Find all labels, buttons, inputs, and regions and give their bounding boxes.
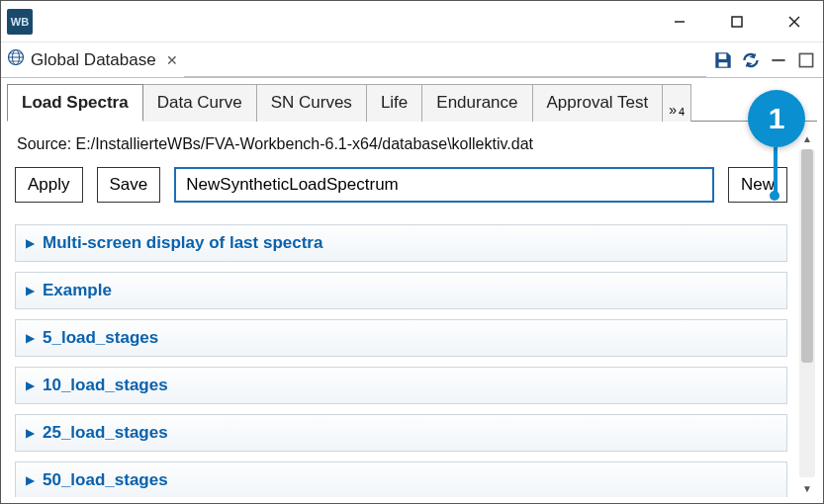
accordion-label: 5_load_stages <box>43 328 158 348</box>
view-body: Load Spectra Data Curve SN Curves Life E… <box>1 78 823 503</box>
tab-label: Approval Test <box>547 93 649 112</box>
tabstrip: Load Spectra Data Curve SN Curves Life E… <box>7 84 817 122</box>
accordion-label: Multi-screen display of last spectra <box>43 233 322 253</box>
save-button[interactable]: Save <box>97 167 161 203</box>
view-title: Global Database <box>31 50 156 70</box>
titlebar-left: WB <box>7 9 33 35</box>
accordion-item[interactable]: ▶ 5_load_stages <box>15 319 787 357</box>
minimize-button[interactable] <box>651 1 708 42</box>
chevron-right-icon: » <box>669 102 677 118</box>
chevron-right-icon: ▶ <box>26 236 35 250</box>
svg-rect-9 <box>719 53 727 59</box>
accordion-item[interactable]: ▶ 50_load_stages <box>15 462 787 497</box>
svg-rect-13 <box>772 58 784 60</box>
spectrum-name-input[interactable] <box>174 167 714 203</box>
scroll-down-arrow-icon[interactable]: ▼ <box>798 479 816 497</box>
globe-icon <box>7 48 25 71</box>
accordion-item[interactable]: ▶ 25_load_stages <box>15 414 787 452</box>
view-toolbar <box>712 49 817 71</box>
chevron-right-icon: ▶ <box>26 284 35 297</box>
minimize-view-icon[interactable] <box>768 49 789 71</box>
accordion-item[interactable]: ▶ 10_load_stages <box>15 367 787 404</box>
tab-endurance[interactable]: Endurance <box>422 84 532 122</box>
view-header-spacer <box>184 42 706 77</box>
tab-label: Endurance <box>436 93 517 112</box>
tab-label: Life <box>381 93 408 112</box>
tab-label: Data Curve <box>157 93 242 112</box>
tab-approval-test[interactable]: Approval Test <box>533 84 664 122</box>
titlebar: WB <box>1 1 823 42</box>
accordion-label: Example <box>43 281 112 300</box>
maximize-view-icon[interactable] <box>795 49 817 71</box>
callout-connector <box>774 147 778 193</box>
chevron-right-icon: ▶ <box>26 426 35 440</box>
tab-load-spectra[interactable]: Load Spectra <box>7 84 143 122</box>
refresh-icon[interactable] <box>740 49 762 71</box>
tab-label: Load Spectra <box>22 93 129 112</box>
svg-rect-1 <box>732 17 742 27</box>
accordion-item[interactable]: ▶ Multi-screen display of last spectra <box>15 224 787 262</box>
scrollbar-track[interactable] <box>799 149 815 477</box>
window-controls <box>651 1 823 42</box>
action-row: Apply Save New <box>15 167 787 203</box>
tab-label: SN Curves <box>271 93 352 112</box>
callout-anchor-dot <box>770 191 779 201</box>
content-scroll-area: Source: E:/InstallierteWBs/FVA-Workbench… <box>7 127 817 497</box>
chevron-right-icon: ▶ <box>26 331 35 345</box>
svg-rect-14 <box>799 53 812 66</box>
svg-rect-10 <box>719 62 728 66</box>
tab-overflow-button[interactable]: »4 <box>663 84 691 122</box>
tab-sn-curves[interactable]: SN Curves <box>257 84 367 122</box>
view-header: Global Database ✕ <box>1 42 823 78</box>
accordion-label: 50_load_stages <box>43 470 168 490</box>
source-path-label: Source: E:/InstallierteWBs/FVA-Workbench… <box>17 135 787 153</box>
apply-button[interactable]: Apply <box>15 167 83 203</box>
callout-badge: 1 <box>748 90 805 147</box>
save-icon[interactable] <box>712 49 734 71</box>
maximize-button[interactable] <box>708 1 766 42</box>
accordion-label: 10_load_stages <box>43 376 168 395</box>
chevron-right-icon: ▶ <box>26 473 35 487</box>
vertical-scrollbar[interactable]: ▲ ▼ <box>797 127 817 497</box>
tab-life[interactable]: Life <box>367 84 422 122</box>
tab-data-curve[interactable]: Data Curve <box>143 84 257 122</box>
tab-overflow-count: 4 <box>679 106 685 118</box>
accordion-item[interactable]: ▶ Example <box>15 272 787 309</box>
view-close-icon[interactable]: ✕ <box>162 52 178 68</box>
scrollbar-thumb[interactable] <box>801 149 813 363</box>
close-button[interactable] <box>766 1 823 42</box>
view-tab[interactable]: Global Database ✕ <box>7 48 178 71</box>
content: Source: E:/InstallierteWBs/FVA-Workbench… <box>7 127 797 497</box>
accordion-label: 25_load_stages <box>43 423 168 443</box>
chevron-right-icon: ▶ <box>26 378 35 392</box>
application-window: WB Global Database ✕ <box>0 0 824 504</box>
app-icon: WB <box>7 9 33 35</box>
